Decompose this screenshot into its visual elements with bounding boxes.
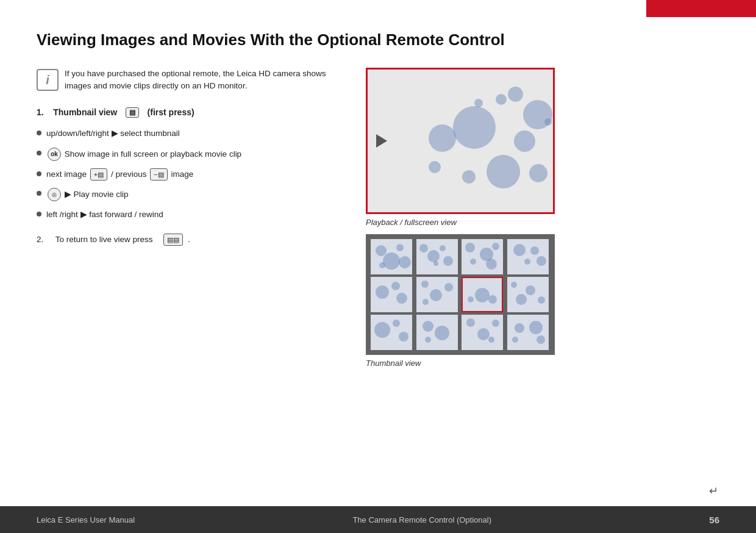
info-box: i If you have purchased the optional rem… — [37, 68, 341, 93]
thumbnail-button-icon: ▤ — [126, 107, 139, 118]
thumb-cell-8 — [507, 277, 549, 312]
step-1: 1. Thumbnail view ▤ (first press) — [37, 107, 341, 118]
thumb-cell-5 — [371, 277, 412, 312]
thumbnail-grid — [366, 234, 555, 355]
decorative-bubble — [429, 161, 441, 173]
thumb-cell-9 — [371, 315, 412, 350]
main-content: Viewing Images and Movies With the Optio… — [37, 30, 719, 503]
decorative-bubble — [487, 155, 520, 188]
decorative-bubble — [453, 106, 496, 149]
step-1-label: 1. Thumbnail view ▤ (first press) — [37, 107, 341, 118]
right-column: Playback / fullscreen view — [366, 68, 561, 368]
thumb-cell-2 — [416, 239, 458, 274]
bullet-dot — [37, 212, 41, 216]
thumb-cell-4 — [507, 239, 549, 274]
next-button-icon: +▤ — [90, 168, 107, 181]
thumb-cell-6 — [416, 277, 458, 312]
decorative-bubble — [544, 118, 552, 126]
left-column: i If you have purchased the optional rem… — [37, 68, 341, 368]
decorative-bubble — [508, 87, 523, 102]
thumb-cell-12 — [507, 315, 549, 350]
footer-left: Leica E Series User Manual — [37, 515, 135, 524]
list-item: left /right ▶ fast forward / rewind — [37, 209, 341, 221]
step-2-label: 2. To return to live view press ▤▤ . — [37, 234, 341, 246]
ok-button-icon: ok — [48, 148, 61, 161]
content-body: i If you have purchased the optional rem… — [37, 68, 719, 368]
decorative-bubble — [529, 164, 547, 182]
top-red-bar — [646, 0, 756, 17]
list-item: ◎ ▶ Play movie clip — [37, 188, 341, 201]
bullet-dot — [37, 191, 41, 196]
thumbnail-grid-container: Thumbnail view — [366, 234, 561, 368]
footer-page-number: 56 — [709, 515, 719, 525]
footer-center: The Camera Remote Control (Optional) — [352, 515, 491, 524]
prev-button-icon: −▤ — [150, 168, 167, 181]
info-text: If you have purchased the optional remot… — [65, 68, 341, 93]
bullet-dot — [37, 131, 41, 135]
info-icon: i — [37, 69, 59, 91]
thumb-cell-1 — [371, 239, 412, 274]
list-item: ok Show image in full screen or playback… — [37, 148, 341, 161]
bullet-dot — [37, 171, 41, 176]
decorative-bubble — [474, 99, 483, 107]
decorative-bubble — [514, 131, 535, 152]
thumb-cell-3 — [462, 239, 503, 274]
bullet-dot — [37, 151, 41, 156]
thumbnail-caption: Thumbnail view — [366, 359, 561, 368]
decorative-bubble — [429, 124, 456, 152]
thumb-cell-11 — [462, 315, 503, 350]
play-indicator-icon — [376, 134, 387, 148]
list-item: next image +▤ / previous −▤ image — [37, 168, 341, 181]
footer: Leica E Series User Manual The Camera Re… — [0, 506, 756, 533]
list-item: up/down/left/right ▶ select thumbnail — [37, 127, 341, 140]
bullet-list: up/down/left/right ▶ select thumbnail ok… — [37, 127, 341, 221]
fullscreen-view — [366, 68, 555, 214]
step-2: 2. To return to live view press ▤▤ . — [37, 234, 341, 246]
fullscreen-view-container: Playback / fullscreen view — [366, 68, 561, 227]
page-title: Viewing Images and Movies With the Optio… — [37, 30, 719, 49]
thumb-cell-7-selected — [462, 277, 503, 312]
live-view-button-icon: ▤▤ — [163, 234, 183, 246]
thumb-cell-10 — [416, 315, 458, 350]
fullscreen-caption: Playback / fullscreen view — [366, 218, 561, 227]
decorative-bubble — [462, 170, 476, 184]
dial-icon: ◎ — [48, 188, 61, 201]
decorative-bubble — [496, 94, 507, 105]
